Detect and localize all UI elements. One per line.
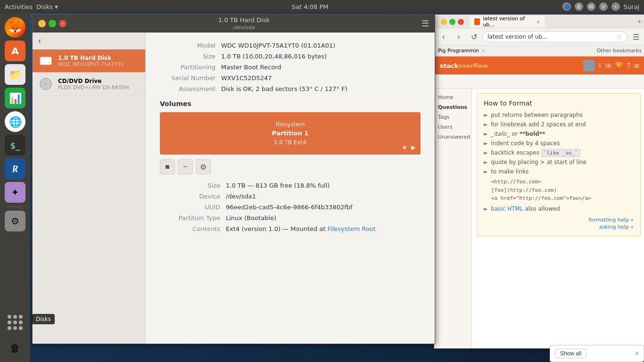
detail-serial: Serial Number WXV1C52D5247 (160, 74, 421, 82)
htf-arrow-7: ► (484, 168, 488, 175)
partition-bar[interactable]: filesystem Partition 1 1.0 TB Ext4 ★ ▶ (160, 112, 421, 155)
topbar-notification-icon[interactable]: 🔵 (562, 2, 571, 11)
tab-close-button[interactable]: × (537, 19, 540, 25)
disks-app-label[interactable]: Disks ▾ (36, 3, 58, 10)
asking-help-link[interactable]: asking help » (599, 224, 634, 230)
how-to-format-box: How to Format ► put returns between para… (477, 93, 641, 236)
dock: 🦊 A 📁 📊 🌐 $_ R ✦ ⚙ (0, 13, 30, 362)
vol-detail-device: Device /dev/sda1 (160, 193, 421, 200)
topbar-wifi-icon[interactable]: W (587, 2, 595, 11)
htf-item-1: ► put returns between paragraphs (484, 112, 634, 118)
topbar-volume-icon[interactable]: V (599, 2, 608, 11)
disks-menu-button[interactable]: ☰ (421, 18, 429, 29)
wm-close-button[interactable]: × (59, 20, 66, 27)
htf-item-5: ► backtick escapes `like _so_` (484, 149, 634, 156)
htf-arrow-html: ► (484, 206, 488, 212)
htf-arrow-2: ► (484, 121, 488, 128)
topbar-user[interactable]: Suraj (624, 3, 639, 10)
disks-body: ‹ 1.0 TB Hard Disk WDC WD10JPVT-75A1YT0 (33, 33, 435, 344)
inbox-icon[interactable]: ✉ (605, 61, 611, 70)
vol-detail-partition-type: Partition Type Linux (Bootable) (160, 214, 421, 222)
url-bar[interactable]: latest version of ub... ☆ (482, 31, 627, 42)
browser-tabbar: latest version of ub... × + (434, 15, 644, 29)
dock-terminal[interactable]: $_ (5, 135, 25, 156)
dock-firefox[interactable]: 🦊 (5, 17, 25, 38)
disk-item-hdd[interactable]: 1.0 TB Hard Disk WDC WD10JPVT-75A1YT0 (33, 49, 145, 73)
so-sidebar-unanswered[interactable]: Unanswered (434, 132, 471, 142)
dock-sheets[interactable]: 📊 (5, 88, 25, 108)
dock-dots[interactable] (5, 312, 25, 333)
browser-menu-button[interactable]: ☰ (629, 30, 643, 43)
disks-window: × 1.0 TB Hard Disk /dev/sda ☰ ‹ 1.0 TB H… (32, 14, 435, 344)
browser-toolbar: ‹ › ↺ latest version of ub... ☆ ☰ (434, 29, 644, 45)
dock-files[interactable]: 📁 (5, 64, 25, 85)
tab-favicon (474, 18, 480, 25)
sidebar-back-button[interactable]: ‹ (33, 33, 145, 49)
achievements-icon[interactable]: 🏆 (614, 61, 624, 70)
htf-arrow-5: ► (484, 149, 488, 156)
formatting-help-link[interactable]: formatting help » (588, 217, 634, 223)
htf-item-html: ► basic HTML also allowed (484, 206, 634, 212)
so-sidebar-users[interactable]: Users (434, 122, 471, 132)
htf-arrow-3: ► (484, 131, 488, 137)
close-show-all-button[interactable]: × (635, 350, 639, 357)
dock-chrome[interactable]: 🌐 (5, 111, 25, 132)
dock-apps[interactable]: A (5, 41, 25, 61)
partition-arrow-icon: ▶ (411, 144, 416, 151)
so-sidebar-questions[interactable]: Questions (434, 102, 471, 112)
browser-chrome: latest version of ub... × + ‹ › ↺ latest… (434, 15, 644, 57)
dock-r[interactable]: R (5, 158, 25, 179)
vol-detail-contents: Contents Ext4 (version 1.0) — Mounted at… (160, 225, 421, 232)
wm-minimize-button[interactable] (38, 20, 46, 27)
options-icon[interactable]: ≡ (634, 61, 640, 70)
browser-tab-active[interactable]: latest version of ub... × (470, 16, 545, 27)
browser-close-button[interactable] (458, 19, 464, 25)
disks-titlebar: × 1.0 TB Hard Disk /dev/sda ☰ (33, 15, 435, 33)
volume-stop-button[interactable]: ■ (160, 159, 175, 174)
cdrom-info: CD/DVD Drive PLDS DVD+/-RW DS-8A5SH (58, 78, 140, 90)
so-user-icons: ✉ 🏆 ? ≡ (605, 61, 640, 70)
activities-label[interactable]: Activities (5, 3, 33, 10)
help-icon[interactable]: ? (627, 61, 631, 70)
browser-maximize-button[interactable] (449, 19, 455, 25)
filesystem-root-link[interactable]: Filesystem Root (328, 225, 376, 232)
so-logo[interactable]: stackoverflow (440, 62, 488, 69)
other-bookmarks[interactable]: Other bookmarks (596, 48, 642, 54)
wm-buttons: × (38, 20, 66, 27)
topbar-bluetooth-icon[interactable]: B (575, 2, 583, 11)
browser-window: latest version of ub... × + ‹ › ↺ latest… (434, 14, 644, 349)
disks-title: 1.0 TB Hard Disk /dev/sda (66, 16, 421, 31)
bookmark-star-icon[interactable]: ☆ (616, 33, 622, 41)
show-all-button[interactable]: Show all (555, 349, 586, 358)
htf-title: How to Format (484, 99, 634, 107)
browser-minimize-button[interactable] (441, 19, 447, 25)
volumes-title: Volumes (160, 100, 421, 107)
bookmark-item[interactable]: Pig Programmin (438, 48, 479, 54)
partition-bar-icons: ★ ▶ (402, 144, 416, 151)
partition-label: filesystem Partition 1 1.0 TB Ext4 (272, 120, 308, 147)
htf-arrow-1: ► (484, 112, 488, 118)
new-tab-button[interactable]: + (637, 17, 642, 26)
dock-trash[interactable]: 🗑 (5, 337, 25, 358)
dock-config[interactable]: ⚙ (5, 211, 25, 231)
topbar-battery-icon[interactable]: ⚡ (611, 2, 620, 11)
main-layout: 🦊 A 📁 📊 🌐 $_ R ✦ ⚙ (0, 13, 644, 362)
so-sidebar-home[interactable]: Home (434, 92, 471, 102)
volume-remove-button[interactable]: − (178, 159, 193, 174)
hdd-icon (38, 53, 53, 68)
reload-button[interactable]: ↺ (467, 30, 480, 43)
disk-item-cdrom[interactable]: CD/DVD Drive PLDS DVD+/-RW DS-8A5SH (33, 73, 145, 96)
so-sidebar-tags[interactable]: Tags (434, 112, 471, 122)
disks-sidebar: ‹ 1.0 TB Hard Disk WDC WD10JPVT-75A1YT0 (33, 33, 146, 344)
forward-button[interactable]: › (452, 30, 465, 43)
dock-network[interactable]: ✦ (5, 182, 25, 203)
browser-wm-buttons (438, 19, 467, 25)
svg-point-5 (45, 83, 47, 85)
volume-settings-button[interactable]: ⚙ (196, 159, 211, 174)
so-header: stackoverflow 1 ✉ 🏆 ? ≡ (434, 57, 644, 74)
back-button[interactable]: ‹ (437, 30, 450, 43)
htf-item-7: ► to make links (484, 168, 634, 175)
wm-maximize-button[interactable] (49, 20, 56, 27)
htf-item-4: ► indent code by 4 spaces (484, 140, 634, 147)
htf-item-6: ► quote by placing > at start of line (484, 159, 634, 165)
